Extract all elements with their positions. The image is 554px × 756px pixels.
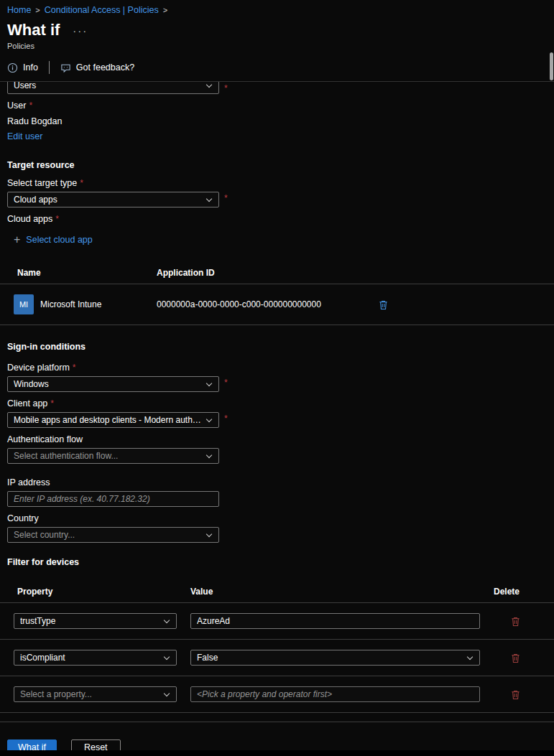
client-app-dropdown[interactable]: Mobile apps and desktop clients - Modern… xyxy=(7,412,219,428)
select-target-type-label-row: Select target type * xyxy=(7,178,554,188)
app-avatar: MI xyxy=(14,294,34,314)
user-value: Radu Bogdan xyxy=(7,116,554,126)
app-application-id: 0000000a-0000-0000-c000-000000000000 xyxy=(157,299,369,309)
whatif-page: Home > Conditional Access | Policies > W… xyxy=(0,0,554,756)
device-platform-label-row: Device platform * xyxy=(7,363,554,373)
column-header-name: Name xyxy=(17,268,157,278)
required-marker: * xyxy=(224,378,228,388)
authentication-flow-label: Authentication flow xyxy=(7,434,83,444)
select-target-type-value: Cloud apps xyxy=(14,195,201,205)
delete-cloud-app-button[interactable] xyxy=(369,298,397,312)
user-label-row: User * xyxy=(7,101,554,111)
chevron-down-icon xyxy=(206,380,212,386)
feedback-icon xyxy=(60,62,71,73)
filter-property-value-2: isCompliant xyxy=(20,653,159,663)
country-label: Country xyxy=(7,513,39,523)
command-bar: Info Got feedback? xyxy=(7,60,554,75)
cloud-apps-table-header: Name Application ID xyxy=(0,261,554,284)
required-marker: * xyxy=(29,101,32,111)
authentication-flow-dropdown[interactable]: Select authentication flow... xyxy=(7,448,219,464)
breadcrumb-conditional-access-policies[interactable]: Conditional Access | Policies xyxy=(45,5,159,15)
filter-row: Select a property... xyxy=(0,676,554,712)
required-marker: * xyxy=(224,193,228,203)
scrollbar-thumb[interactable] xyxy=(550,52,553,80)
breadcrumb-separator: > xyxy=(163,6,167,14)
edit-user-link[interactable]: Edit user xyxy=(7,131,42,141)
page-title: What if xyxy=(7,21,60,39)
filter-property-value-1: trustType xyxy=(20,616,159,626)
authentication-flow-label-row: Authentication flow xyxy=(7,434,554,444)
info-button[interactable]: Info xyxy=(7,62,38,73)
info-label: Info xyxy=(23,62,38,73)
table-row: MI Microsoft Intune 0000000a-0000-0000-c… xyxy=(0,284,554,325)
cloud-apps-table: Name Application ID MI Microsoft Intune … xyxy=(0,261,554,325)
breadcrumb-home[interactable]: Home xyxy=(7,5,31,15)
filter-row: isCompliant False xyxy=(0,640,554,676)
whatif-form: Users * User * Radu Bogdan Edit user Tar… xyxy=(0,82,554,713)
country-dropdown[interactable]: Select country... xyxy=(7,527,219,543)
ip-address-label: IP address xyxy=(7,477,50,487)
more-menu-button[interactable]: ··· xyxy=(73,25,88,36)
filter-property-dropdown-3[interactable]: Select a property... xyxy=(14,686,177,702)
bottom-strip xyxy=(0,750,554,756)
footer-divider xyxy=(0,722,554,722)
filter-value-input-3[interactable] xyxy=(190,686,480,702)
client-app-value: Mobile apps and desktop clients - Modern… xyxy=(14,415,201,425)
chevron-down-icon xyxy=(164,690,170,696)
filter-for-devices-heading: Filter for devices xyxy=(7,557,554,567)
column-header-property: Property xyxy=(14,587,177,597)
chevron-down-icon xyxy=(467,653,473,659)
sign-in-conditions-heading: Sign-in conditions xyxy=(7,342,554,352)
info-icon xyxy=(7,62,18,73)
chevron-down-icon xyxy=(206,195,212,201)
filter-property-placeholder-3: Select a property... xyxy=(20,689,159,699)
breadcrumb: Home > Conditional Access | Policies > xyxy=(0,0,554,15)
breadcrumb-separator: > xyxy=(35,6,40,14)
filter-value-input-1[interactable] xyxy=(190,613,480,629)
feedback-button[interactable]: Got feedback? xyxy=(60,62,134,73)
table-divider xyxy=(0,325,554,325)
column-header-delete: Delete xyxy=(494,587,537,597)
table-divider xyxy=(0,712,554,713)
required-marker: * xyxy=(55,214,59,224)
users-dropdown-value: Users xyxy=(14,82,201,90)
toolbar-divider xyxy=(49,61,50,74)
required-marker: * xyxy=(73,363,76,373)
required-marker: * xyxy=(224,83,228,93)
chevron-down-icon xyxy=(206,416,212,421)
required-marker: * xyxy=(80,178,83,188)
authentication-flow-placeholder: Select authentication flow... xyxy=(14,451,201,461)
filter-property-dropdown-1[interactable]: trustType xyxy=(14,613,177,629)
client-app-label-row: Client app * xyxy=(7,398,554,409)
device-platform-dropdown[interactable]: Windows xyxy=(7,376,219,392)
column-header-application-id: Application ID xyxy=(157,268,215,278)
user-label: User xyxy=(7,101,26,111)
ip-address-input[interactable] xyxy=(7,491,219,507)
select-target-type-row: Cloud apps * xyxy=(7,192,554,207)
plus-icon: + xyxy=(14,234,20,246)
column-header-value: Value xyxy=(190,587,480,597)
filter-value-dropdown-2[interactable]: False xyxy=(190,650,480,666)
cloud-apps-label: Cloud apps xyxy=(7,214,52,224)
filter-property-dropdown-2[interactable]: isCompliant xyxy=(14,650,177,666)
select-cloud-app-link[interactable]: + Select cloud app xyxy=(14,234,93,246)
cloud-apps-label-row: Cloud apps * xyxy=(7,214,554,224)
delete-filter-row-button-1[interactable] xyxy=(509,615,522,628)
chevron-down-icon xyxy=(206,82,212,88)
country-placeholder: Select country... xyxy=(14,530,201,540)
select-target-type-dropdown[interactable]: Cloud apps xyxy=(7,192,219,207)
filter-value-2: False xyxy=(197,653,462,663)
users-dropdown[interactable]: Users xyxy=(7,82,219,94)
page-subtitle: Policies xyxy=(7,42,554,50)
required-marker: * xyxy=(224,414,228,424)
device-platform-label: Device platform xyxy=(7,363,70,373)
client-app-row: Mobile apps and desktop clients - Modern… xyxy=(7,412,554,428)
client-app-label: Client app xyxy=(7,398,47,409)
ip-address-label-row: IP address xyxy=(7,477,554,487)
chevron-down-icon xyxy=(206,531,212,536)
required-marker: * xyxy=(50,398,54,409)
device-platform-value: Windows xyxy=(14,379,201,389)
feedback-label: Got feedback? xyxy=(76,62,134,73)
delete-filter-row-button-3[interactable] xyxy=(509,688,522,701)
delete-filter-row-button-2[interactable] xyxy=(509,651,522,665)
